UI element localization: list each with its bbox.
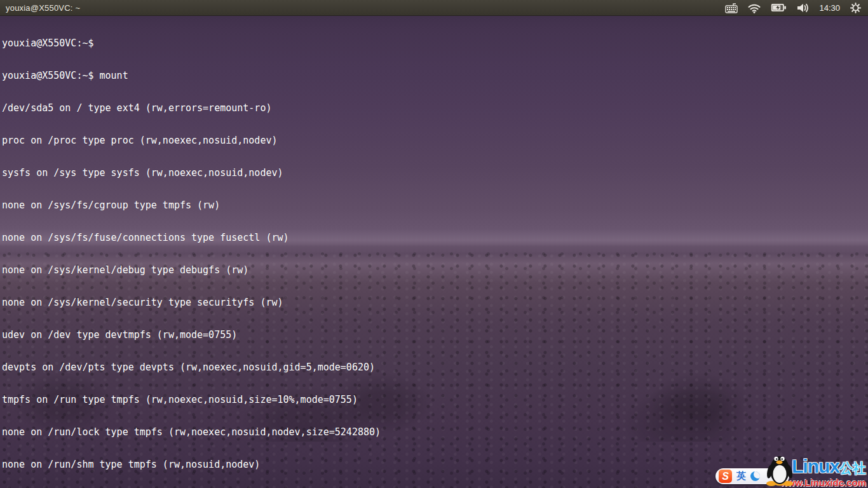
terminal-window[interactable]: youxia@X550VC:~$ youxia@X550VC:~$ mount … (2, 17, 868, 488)
terminal-line: tmpfs on /run type tmpfs (rw,noexec,nosu… (2, 395, 868, 405)
terminal-line: /dev/sda5 on / type ext4 (rw,errors=remo… (2, 103, 868, 114)
terminal-line: devpts on /dev/pts type devpts (rw,noexe… (2, 362, 868, 373)
terminal-line: proc on /proc type proc (rw,noexec,nosui… (2, 135, 868, 146)
top-panel: youxia@X550VC: ~ (0, 0, 868, 16)
terminal-line: none on /sys/kernel/security type securi… (2, 297, 868, 308)
terminal-line: youxia@X550VC:~$ mount (2, 71, 868, 81)
ime-language-toggle[interactable]: 英 (736, 470, 746, 482)
indicator-area: 14:30 (725, 2, 868, 14)
volume-icon[interactable] (796, 3, 810, 13)
terminal-line: sysfs on /sys type sysfs (rw,noexec,nosu… (2, 168, 868, 179)
terminal-line: none on /run/lock type tmpfs (rw,noexec,… (2, 427, 868, 438)
terminal-line: none on /sys/kernel/debug type debugfs (… (2, 265, 868, 276)
terminal-line: none on /sys/fs/fuse/connections type fu… (2, 233, 868, 243)
terminal-line: none on /sys/fs/cgroup type tmpfs (rw) (2, 200, 868, 211)
tux-penguin-icon (765, 451, 794, 488)
session-gear-icon[interactable] (850, 2, 862, 14)
clock[interactable]: 14:30 (819, 3, 840, 13)
wifi-icon[interactable] (747, 3, 761, 13)
desktop: { "panel": { "window_title": "youxia@X55… (0, 0, 868, 488)
sogou-logo-icon[interactable]: S (719, 470, 732, 483)
battery-icon[interactable] (771, 3, 787, 12)
terminal-line: udev on /dev type devtmpfs (rw,mode=0755… (2, 330, 868, 341)
terminal-line: youxia@X550VC:~$ (2, 38, 868, 49)
brand-linux-text: Linux (792, 456, 839, 477)
watermark-area: S 英 Linux公社 www.Linuxidc.com (714, 452, 868, 488)
brand-suffix-text: 公社 (839, 461, 866, 475)
window-title: youxia@X550VC: ~ (0, 3, 80, 13)
keyboard-icon[interactable] (725, 3, 738, 13)
moon-icon[interactable] (750, 471, 760, 481)
